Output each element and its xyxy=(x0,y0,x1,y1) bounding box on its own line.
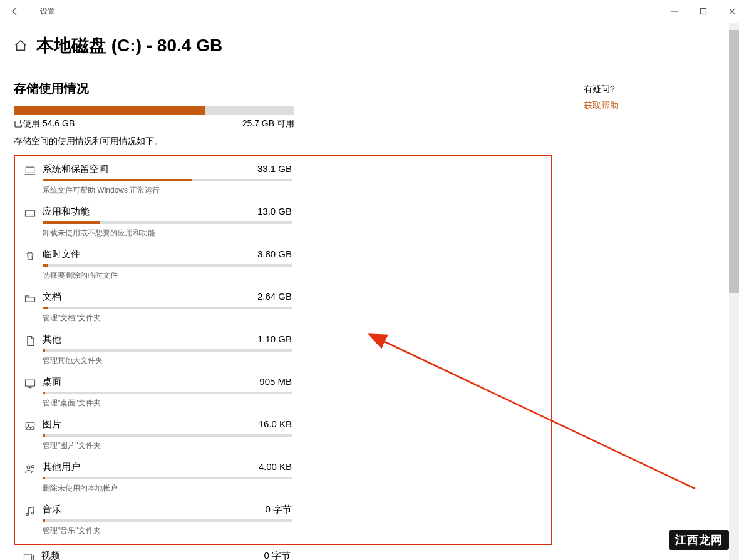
category-size: 905 MB xyxy=(259,376,292,388)
keyboard-icon xyxy=(18,206,43,238)
free-label: 25.7 GB 可用 xyxy=(242,118,294,130)
monitor-icon xyxy=(18,376,43,409)
category-bar xyxy=(43,349,292,352)
svg-rect-23 xyxy=(24,554,32,560)
svg-rect-14 xyxy=(26,380,35,386)
storage-category-row[interactable]: 应用和功能 13.0 GB 卸载未使用或不想要的应用和功能 xyxy=(15,201,551,243)
category-size: 0 字节 xyxy=(265,504,292,516)
category-bar xyxy=(43,179,292,181)
svg-point-22 xyxy=(32,512,34,514)
category-desc: 卸载未使用或不想要的应用和功能 xyxy=(43,228,292,238)
svg-rect-4 xyxy=(26,211,35,216)
back-button[interactable] xyxy=(8,4,23,19)
category-desc: 管理"音乐"文件夹 xyxy=(43,526,292,536)
svg-point-21 xyxy=(26,513,28,515)
category-desc: 删除未使用的本地帐户 xyxy=(43,483,292,494)
total-storage-bar xyxy=(14,106,294,115)
category-bar xyxy=(43,307,292,309)
category-size: 4.00 KB xyxy=(259,461,292,473)
content-area: 本地磁盘 (C:) - 80.4 GB 存储使用情况 已使用 54.6 GB 2… xyxy=(0,23,739,560)
storage-category-row[interactable]: 其他用户 4.00 KB 删除未使用的本地帐户 xyxy=(15,456,551,499)
category-size: 3.80 GB xyxy=(257,248,292,260)
category-size: 0 字节 xyxy=(264,550,291,560)
music-icon xyxy=(18,504,43,536)
category-name: 其他用户 xyxy=(43,461,80,473)
category-name: 应用和功能 xyxy=(43,206,90,218)
storage-category-row[interactable]: 临时文件 3.80 GB 选择要删除的临时文件 xyxy=(15,243,551,286)
storage-category-row[interactable]: 图片 16.0 KB 管理"图片"文件夹 xyxy=(15,414,551,456)
storage-category-row[interactable]: 系统和保留空间 33.1 GB 系统文件可帮助 Windows 正常运行 xyxy=(15,158,551,201)
category-bar xyxy=(43,434,292,437)
users-icon xyxy=(18,461,43,494)
folder-icon xyxy=(18,291,43,323)
svg-rect-2 xyxy=(26,167,34,173)
category-name: 视频 xyxy=(41,550,60,560)
titlebar: 设置 xyxy=(0,0,749,23)
page-title: 本地磁盘 (C:) - 80.4 GB xyxy=(36,34,222,58)
svg-point-19 xyxy=(27,466,30,469)
laptop-icon xyxy=(18,163,43,196)
category-name: 其他 xyxy=(43,333,61,345)
image-icon xyxy=(18,419,43,451)
maximize-button[interactable] xyxy=(689,1,718,21)
category-size: 2.64 GB xyxy=(257,291,292,303)
trash-icon xyxy=(18,248,43,281)
storage-description: 存储空间的使用情况和可用情况如下。 xyxy=(14,136,565,147)
category-bar xyxy=(43,392,292,394)
watermark: 江西龙网 xyxy=(669,530,729,550)
category-size: 16.0 KB xyxy=(259,419,292,430)
category-desc: 系统文件可帮助 Windows 正常运行 xyxy=(43,185,292,196)
category-size: 1.10 GB xyxy=(257,333,292,345)
storage-usage-heading: 存储使用情况 xyxy=(14,80,565,97)
category-bar xyxy=(43,221,292,224)
svg-rect-17 xyxy=(26,422,34,430)
category-bar xyxy=(43,264,292,267)
category-name: 桌面 xyxy=(43,376,61,388)
category-name: 文档 xyxy=(43,291,61,303)
category-bar xyxy=(43,477,292,479)
video-icon xyxy=(16,550,41,560)
storage-category-row[interactable]: 其他 1.10 GB 管理其他大文件夹 xyxy=(15,328,551,371)
close-button[interactable] xyxy=(718,1,746,21)
category-desc: 选择要删除的临时文件 xyxy=(43,270,292,281)
category-desc: 管理其他大文件夹 xyxy=(43,355,292,366)
scrollbar[interactable] xyxy=(729,23,739,560)
category-desc: 管理"文档"文件夹 xyxy=(43,313,292,323)
storage-category-row[interactable]: 音乐 0 字节 管理"音乐"文件夹 xyxy=(15,499,551,541)
highlighted-categories: 系统和保留空间 33.1 GB 系统文件可帮助 Windows 正常运行 应用和… xyxy=(14,155,552,545)
question-label: 有疑问? xyxy=(584,84,728,95)
category-name: 音乐 xyxy=(43,504,61,516)
category-size: 13.0 GB xyxy=(257,206,292,218)
used-label: 已使用 54.6 GB xyxy=(14,118,75,130)
scrollbar-thumb[interactable] xyxy=(729,30,739,293)
storage-category-row[interactable]: 文档 2.64 GB 管理"文档"文件夹 xyxy=(15,286,551,328)
home-icon[interactable] xyxy=(14,39,28,53)
storage-category-row[interactable]: 视频 0 字节 xyxy=(14,545,565,560)
category-name: 临时文件 xyxy=(43,248,80,260)
svg-point-20 xyxy=(31,466,34,468)
get-help-link[interactable]: 获取帮助 xyxy=(584,100,728,111)
category-bar xyxy=(43,519,292,522)
category-name: 图片 xyxy=(43,419,61,430)
window-title: 设置 xyxy=(40,6,55,17)
minimize-button[interactable] xyxy=(660,1,689,21)
file-icon xyxy=(18,333,43,366)
category-desc: 管理"图片"文件夹 xyxy=(43,440,292,451)
category-name: 系统和保留空间 xyxy=(43,163,108,175)
category-desc: 管理"桌面"文件夹 xyxy=(43,398,292,409)
category-size: 33.1 GB xyxy=(257,163,292,175)
storage-category-row[interactable]: 桌面 905 MB 管理"桌面"文件夹 xyxy=(15,371,551,414)
svg-rect-1 xyxy=(701,9,706,14)
